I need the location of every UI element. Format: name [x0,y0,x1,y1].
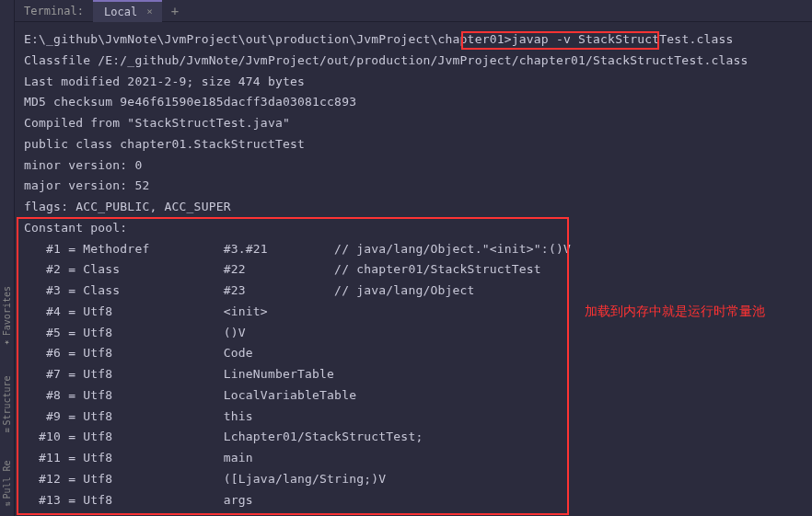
out-lastmod: Last modified 2021-2-9; size 474 bytes [24,72,803,93]
cp-row: #11 = Utf8 main [24,448,803,469]
sidebar-label: Favorites [2,286,12,336]
cp-row: #2 = Class #22 // chapter01/StackStructT… [24,259,803,281]
pull-icon: ⇅ [3,502,12,507]
terminal-tabbar: Terminal: Local × + [15,0,812,22]
cp-row: #12 = Utf8 ([Ljava/lang/String;)V [24,469,803,490]
prompt-command: javap -v StackStructTest.class [512,32,734,46]
out-compiled: Compiled from "StackStructTest.java" [24,113,803,134]
structure-icon: ≡ [3,428,12,432]
cp-row: #10 = Utf8 Lchapter01/StackStructTest; [24,427,803,448]
cp-row: #9 = Utf8 this [24,407,803,428]
add-tab-button[interactable]: + [162,4,188,18]
star-icon: ★ [3,338,12,348]
prompt-line: E:\_github\JvmNote\JvmProject\out\produc… [24,29,803,51]
tab-label: Local [104,6,137,18]
out-md5: MD5 checksum 9e46f61590e185dacff3da03081… [24,92,803,113]
out-minor: minor version: 0 [24,155,803,177]
cp-row: #7 = Utf8 LineNumberTable [24,364,803,385]
annotation-text: 加载到内存中就是运行时常量池 [585,304,765,320]
cp-row: #8 = Utf8 LocalVariableTable [24,385,803,407]
out-flags: flags: ACC_PUBLIC, ACC_SUPER [24,197,803,218]
left-sidebar: ★ Favorites ≡ Structure ⇅ Pull Re [0,0,15,516]
out-classfile: Classfile /E:/_github/JvmNote/JvmProject… [24,51,803,72]
cp-row: #5 = Utf8 ()V [24,323,803,344]
cp-row: #3 = Class #23 // java/lang/Object [24,281,803,302]
out-public: public class chapter01.StackStructTest [24,134,803,155]
terminal-label: Terminal: [15,5,93,17]
out-major: major version: 52 [24,176,803,197]
close-icon[interactable]: × [145,6,155,17]
terminal-output[interactable]: E:\_github\JvmNote\JvmProject\out\produc… [15,22,812,516]
cp-row: #6 = Utf8 Code [24,343,803,364]
out-cpheader: Constant pool: [24,218,803,239]
sidebar-item-favorites[interactable]: ★ Favorites [2,286,12,348]
tab-local[interactable]: Local × [93,0,162,22]
sidebar-label: Structure [2,375,12,425]
sidebar-item-structure[interactable]: ≡ Structure [2,375,12,433]
cp-row: #1 = Methodref #3.#21 // java/lang/Objec… [24,239,803,260]
prompt-path: E:\_github\JvmNote\JvmProject\out\produc… [24,32,512,46]
sidebar-item-pullreq[interactable]: ⇅ Pull Re [2,460,12,507]
sidebar-label: Pull Re [2,460,12,499]
cp-row: #13 = Utf8 args [24,490,803,511]
